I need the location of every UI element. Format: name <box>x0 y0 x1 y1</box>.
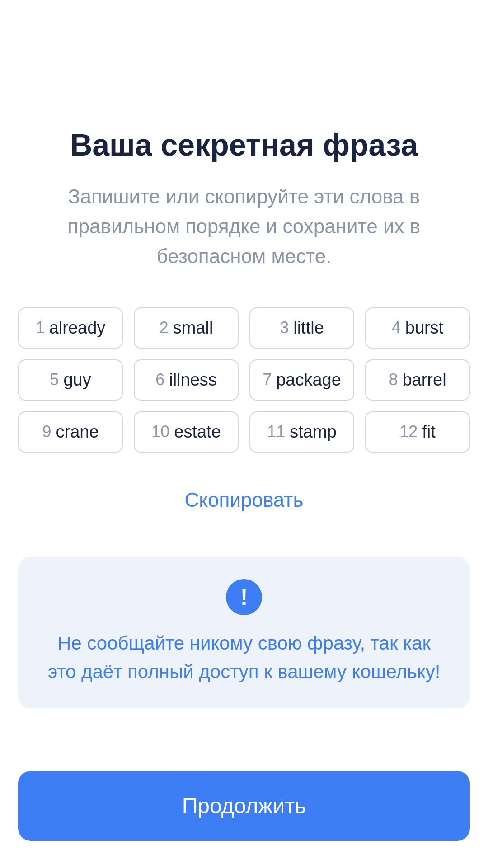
word-number-8: 8 <box>389 370 398 389</box>
word-text-12: fit <box>422 422 436 442</box>
word-number-9: 9 <box>42 422 51 441</box>
word-number-12: 12 <box>399 422 418 441</box>
word-number-1: 1 <box>36 318 45 337</box>
word-chip-2: 2small <box>134 307 239 349</box>
word-chip-5: 5guy <box>18 359 123 401</box>
word-number-3: 3 <box>280 318 289 337</box>
copy-button[interactable]: Скопировать <box>167 480 322 520</box>
word-number-6: 6 <box>155 370 164 389</box>
word-number-5: 5 <box>50 370 59 389</box>
word-text-11: stamp <box>290 422 336 442</box>
word-number-11: 11 <box>267 422 285 441</box>
word-text-6: illness <box>169 370 217 390</box>
word-text-5: guy <box>63 370 91 390</box>
word-chip-10: 10estate <box>134 411 239 453</box>
header-section: Ваша секретная фраза Запишите или скопир… <box>41 127 447 271</box>
word-chip-1: 1already <box>18 307 123 349</box>
continue-button[interactable]: Продолжить <box>18 771 470 841</box>
word-text-7: package <box>276 370 341 390</box>
word-text-2: small <box>173 318 213 338</box>
warning-icon-circle: ! <box>226 579 262 615</box>
word-chip-7: 7package <box>249 359 354 401</box>
page-subtitle: Запишите или скопируйте эти слова в прав… <box>41 182 447 271</box>
word-text-1: already <box>49 318 106 338</box>
word-chip-9: 9crane <box>18 411 123 453</box>
page-title: Ваша секретная фраза <box>41 127 447 164</box>
warning-text: Не сообщайте никому свою фразу, так как … <box>45 629 443 686</box>
word-number-7: 7 <box>263 370 272 389</box>
word-text-9: crane <box>56 422 99 442</box>
word-text-8: barrel <box>402 370 446 390</box>
word-text-10: estate <box>174 422 221 442</box>
word-chip-11: 11stamp <box>249 411 354 453</box>
words-grid: 1already2small3little4burst5guy6illness7… <box>18 307 470 453</box>
word-chip-3: 3little <box>249 307 354 349</box>
word-number-10: 10 <box>151 422 169 441</box>
word-text-3: little <box>293 318 324 338</box>
word-chip-6: 6illness <box>134 359 239 401</box>
word-text-4: burst <box>405 318 443 338</box>
word-chip-8: 8barrel <box>365 359 470 401</box>
warning-box: ! Не сообщайте никому свою фразу, так ка… <box>18 557 470 708</box>
word-chip-12: 12fit <box>365 411 470 453</box>
word-chip-4: 4burst <box>365 307 470 349</box>
warning-icon: ! <box>240 586 248 609</box>
word-number-4: 4 <box>392 318 401 337</box>
word-number-2: 2 <box>160 318 169 337</box>
page-container: Ваша секретная фраза Запишите или скопир… <box>0 0 488 868</box>
bottom-section: Продолжить <box>18 753 470 841</box>
